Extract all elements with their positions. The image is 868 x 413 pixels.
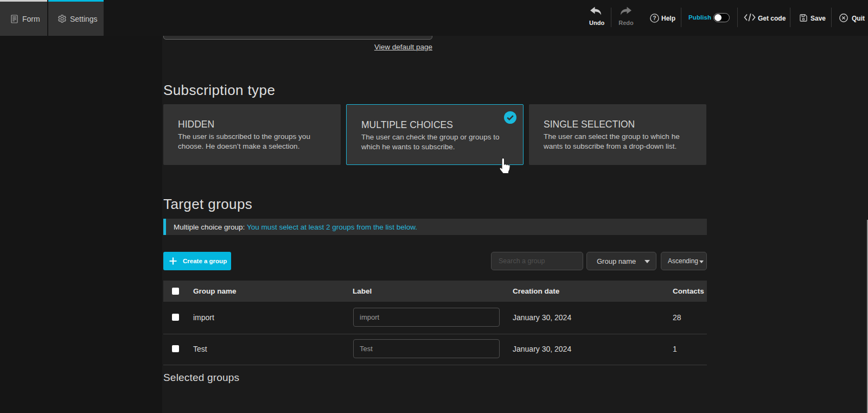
svg-text:?: ? bbox=[653, 15, 656, 21]
